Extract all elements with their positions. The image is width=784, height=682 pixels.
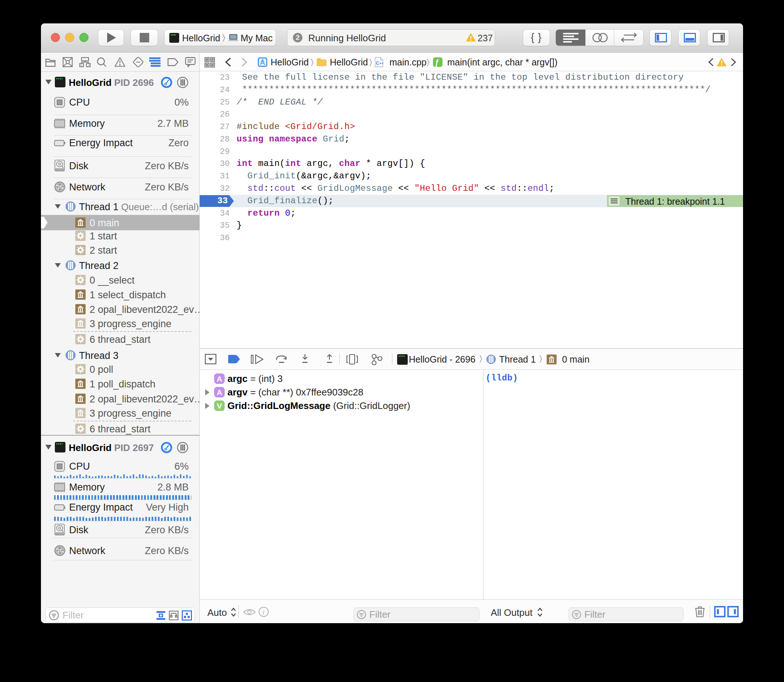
svg-text:i: i — [263, 609, 265, 616]
svg-text:C++: C++ — [376, 60, 383, 66]
